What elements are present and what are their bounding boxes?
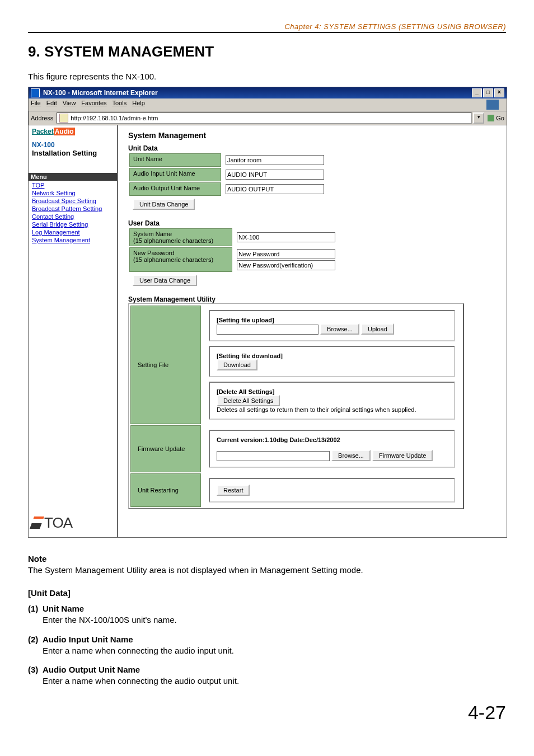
brand-logo: PacketAudio bbox=[32, 128, 114, 135]
sidebar-item-network[interactable]: Network Setting bbox=[32, 190, 76, 196]
note-text: The System Management Utility area is no… bbox=[28, 565, 506, 576]
url-dropdown-icon[interactable]: ▾ bbox=[473, 112, 484, 124]
intro-caption: This figure represents the NX-100. bbox=[28, 72, 506, 81]
go-arrow-icon bbox=[488, 115, 494, 121]
chapter-header: Chapter 4: SYSTEM SETTINGS (SETTING USIN… bbox=[28, 22, 506, 31]
sidebar-item-top[interactable]: TOP bbox=[32, 182, 44, 189]
restart-label: Unit Restarting bbox=[130, 473, 201, 507]
sidebar-item-broadcast-pattern[interactable]: Broadcast Pattern Setting bbox=[32, 205, 102, 212]
firmware-update-button[interactable]: Firmware Update bbox=[372, 450, 433, 461]
close-icon[interactable]: × bbox=[494, 88, 504, 97]
menu-edit[interactable]: Edit bbox=[46, 100, 57, 110]
main-panel: System Management Unit Data Unit Name Au… bbox=[118, 125, 507, 537]
restart-button[interactable]: Restart bbox=[217, 485, 250, 496]
menu-tools[interactable]: Tools bbox=[113, 100, 127, 110]
ie-throbber-icon bbox=[486, 100, 499, 110]
unitdata-head: [Unit Data] bbox=[28, 588, 506, 599]
utility-heading: System Management Utility bbox=[128, 295, 496, 303]
section-title: 9. SYSTEM MANAGEMENT bbox=[28, 43, 506, 60]
list-item: (1)Unit Name Enter the NX-100/100S unit'… bbox=[28, 603, 506, 626]
ie-icon bbox=[31, 88, 40, 97]
new-password-label: New Password bbox=[133, 250, 174, 256]
toa-logo: TOA bbox=[32, 514, 72, 532]
setting-file-label: Setting File bbox=[130, 306, 201, 424]
unit-data-change-button[interactable]: Unit Data Change bbox=[133, 199, 195, 210]
maximize-icon[interactable]: □ bbox=[483, 88, 493, 97]
upload-file-field[interactable] bbox=[217, 325, 318, 335]
model-label: NX-100 bbox=[32, 141, 114, 149]
page-title: System Management bbox=[128, 131, 496, 140]
menu-favorites[interactable]: Favorites bbox=[81, 100, 106, 110]
unit-name-input[interactable] bbox=[226, 155, 324, 165]
audio-input-label: Audio Input Unit Name bbox=[129, 168, 221, 181]
delete-head: [Delete All Settings] bbox=[217, 388, 275, 395]
minimize-icon[interactable]: _ bbox=[472, 88, 482, 97]
sidebar: PacketAudio NX-100 Installation Setting … bbox=[29, 125, 118, 537]
browse-firmware-button[interactable]: Browse... bbox=[331, 450, 371, 461]
title-bar: NX-100 - Microsoft Internet Explorer _ □… bbox=[29, 87, 507, 98]
unit-name-label: Unit Name bbox=[129, 153, 221, 167]
notes-section: Note The System Management Utility area … bbox=[28, 553, 506, 687]
page-number: 4-27 bbox=[28, 702, 506, 724]
menu-view[interactable]: View bbox=[63, 100, 76, 110]
user-data-change-button[interactable]: User Data Change bbox=[133, 275, 197, 286]
new-password-hint: (15 alphanumeric characters) bbox=[133, 256, 213, 263]
sidebar-item-broadcast-spec[interactable]: Broadcast Spec Setting bbox=[32, 198, 96, 204]
browse-upload-button[interactable]: Browse... bbox=[320, 323, 359, 335]
sidebar-item-contact[interactable]: Contact Setting bbox=[32, 213, 74, 220]
system-name-hint: (15 alphanumeric characters) bbox=[133, 237, 213, 244]
note-label: Note bbox=[28, 553, 506, 565]
sidebar-item-serial[interactable]: Serial Bridge Setting bbox=[32, 221, 88, 228]
go-label: Go bbox=[496, 115, 504, 121]
firmware-label: Firmware Update bbox=[130, 425, 201, 472]
list-item: (2)Audio Input Unit Name Enter a name wh… bbox=[28, 634, 506, 657]
audio-output-label: Audio Output Unit Name bbox=[129, 182, 221, 196]
menu-file[interactable]: File bbox=[31, 100, 41, 110]
sidebar-item-system[interactable]: System Management bbox=[32, 237, 90, 243]
audio-input-field[interactable] bbox=[226, 170, 324, 180]
url-field[interactable]: http://192.168.10.1/admin-e.htm bbox=[57, 112, 472, 124]
firmware-version: Current version:1.10dbg Date:Dec/13/2002 bbox=[217, 436, 340, 443]
system-name-input[interactable] bbox=[237, 232, 335, 242]
audio-output-field[interactable] bbox=[226, 184, 324, 194]
download-head: [Setting file download] bbox=[217, 353, 283, 359]
install-label: Installation Setting bbox=[32, 149, 114, 157]
sidebar-item-log[interactable]: Log Management bbox=[32, 229, 80, 236]
new-password-verify-input[interactable] bbox=[237, 260, 335, 270]
address-bar: Address http://192.168.10.1/admin-e.htm … bbox=[29, 111, 507, 125]
new-password-input[interactable] bbox=[237, 249, 335, 259]
system-name-label: System Name bbox=[133, 231, 172, 237]
upload-head: [Setting file upload] bbox=[217, 317, 274, 323]
upload-button[interactable]: Upload bbox=[361, 323, 394, 335]
menu-header: Menu bbox=[29, 173, 117, 181]
divider bbox=[28, 32, 506, 33]
address-label: Address bbox=[31, 115, 53, 121]
menu-help[interactable]: Help bbox=[132, 100, 145, 110]
firmware-file-field[interactable] bbox=[217, 451, 330, 461]
unit-data-heading: Unit Data bbox=[128, 144, 496, 152]
user-data-heading: User Data bbox=[128, 219, 496, 227]
list-item: (3)Audio Output Unit Name Enter a name w… bbox=[28, 664, 506, 687]
menu-bar: File Edit View Favorites Tools Help bbox=[29, 98, 507, 111]
go-button[interactable]: Go bbox=[488, 115, 504, 121]
delete-all-button[interactable]: Delete All Settings bbox=[217, 395, 280, 406]
window-title: NX-100 - Microsoft Internet Explorer bbox=[43, 89, 158, 97]
delete-note: Deletes all settings to return them to t… bbox=[217, 406, 416, 413]
url-text: http://192.168.10.1/admin-e.htm bbox=[71, 115, 158, 121]
download-button[interactable]: Download bbox=[217, 359, 257, 370]
browser-window: NX-100 - Microsoft Internet Explorer _ □… bbox=[28, 87, 507, 538]
page-icon bbox=[59, 114, 68, 123]
